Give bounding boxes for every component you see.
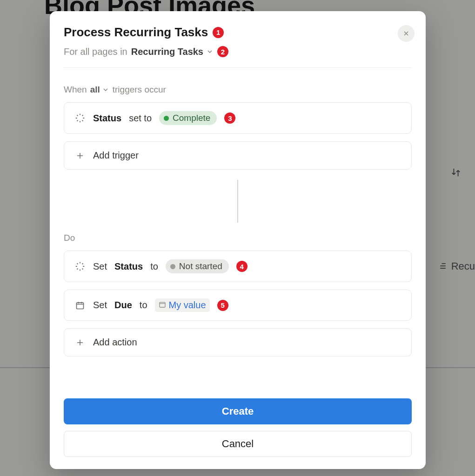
annotation-badge-5: 5 (217, 300, 228, 311)
action-value-pill[interactable]: Not started (166, 259, 229, 273)
add-action-button[interactable]: Add action (64, 328, 412, 357)
annotation-badge-1: 1 (213, 27, 224, 38)
flow-connector (237, 180, 238, 223)
annotation-badge-2: 2 (217, 46, 228, 57)
status-dot-icon (170, 264, 175, 269)
add-trigger-button[interactable]: Add trigger (64, 141, 412, 170)
action-value-label: Not started (179, 261, 222, 271)
annotation-badge-4: 4 (236, 261, 248, 272)
close-icon (402, 30, 410, 37)
trigger-property: Status (93, 113, 121, 124)
action-card-date[interactable]: Set Due to My value 5 (64, 290, 412, 321)
header-divider (64, 67, 412, 68)
chevron-down-icon (102, 86, 109, 93)
when-mode-picker[interactable]: all (90, 85, 109, 95)
svg-rect-1 (160, 302, 165, 307)
add-trigger-label: Add trigger (93, 150, 139, 161)
annotation-badge-3: 3 (224, 112, 235, 124)
action-property: Due (114, 300, 132, 311)
status-icon (74, 261, 86, 271)
create-button[interactable]: Create (64, 398, 412, 424)
close-button[interactable] (398, 25, 415, 42)
formula-chip[interactable]: My value (155, 298, 210, 312)
scope-row: For all pages in Recurring Tasks 2 (64, 46, 412, 57)
plus-icon (74, 152, 86, 160)
trigger-card[interactable]: Status set to Complete 3 (64, 102, 412, 134)
automation-modal: Process Recurring Tasks 1 For all pages … (50, 11, 426, 469)
status-dot-icon (164, 116, 169, 121)
formula-label: My value (169, 300, 206, 311)
svg-rect-0 (77, 303, 84, 309)
trigger-value-label: Complete (173, 113, 210, 123)
chevron-down-icon (206, 48, 214, 55)
modal-title-row: Process Recurring Tasks 1 (64, 25, 412, 40)
action-mid: to (150, 261, 158, 272)
action-prefix: Set (93, 261, 107, 272)
when-suffix: triggers occur (113, 85, 166, 95)
do-label: Do (64, 233, 412, 243)
when-prefix: When (64, 85, 87, 95)
action-mid: to (140, 300, 147, 311)
action-card-status[interactable]: Set Status to Not started 4 (64, 251, 412, 282)
when-mode: all (90, 85, 100, 95)
trigger-value-pill[interactable]: Complete (159, 111, 217, 125)
plus-icon (74, 338, 86, 347)
trigger-verb: set to (129, 113, 152, 124)
modal-footer: Create Cancel (64, 398, 412, 457)
add-action-label: Add action (93, 337, 137, 348)
action-prefix: Set (93, 300, 107, 311)
scope-database-picker[interactable]: Recurring Tasks (131, 46, 214, 57)
cancel-button[interactable]: Cancel (64, 431, 412, 457)
scope-prefix: For all pages in (64, 46, 127, 57)
calendar-icon (74, 301, 86, 310)
scope-database-name: Recurring Tasks (131, 46, 203, 57)
when-label-row: When all triggers occur (64, 85, 412, 95)
automation-name[interactable]: Process Recurring Tasks (64, 25, 208, 40)
action-property: Status (114, 261, 143, 272)
status-icon (74, 113, 86, 123)
calendar-icon (159, 300, 166, 311)
